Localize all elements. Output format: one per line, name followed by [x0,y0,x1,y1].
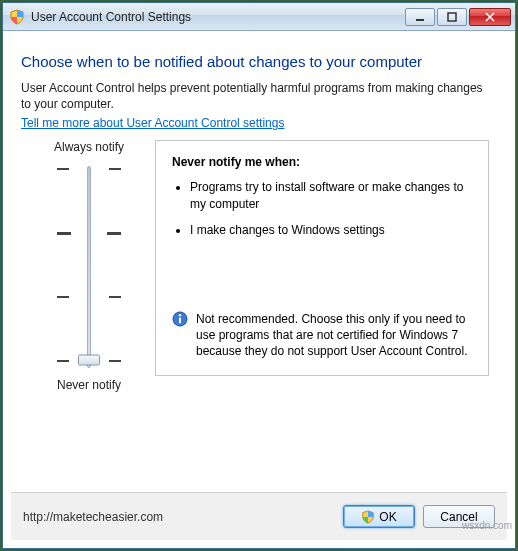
close-icon [485,12,495,22]
page-heading: Choose when to be notified about changes… [21,53,497,70]
notify-slider-area: Always notify Never notify [29,140,149,392]
page-description: User Account Control helps prevent poten… [21,80,489,112]
minimize-button[interactable] [405,8,435,26]
minimize-icon [415,12,425,22]
learn-more-link[interactable]: Tell me more about User Account Control … [21,116,284,130]
ok-button[interactable]: OK [343,505,415,528]
panel-title: Never notify me when: [172,155,472,169]
titlebar[interactable]: User Account Control Settings [3,3,515,31]
svg-rect-1 [448,13,456,21]
footer-url: http://maketecheasier.com [23,510,335,524]
client-area: Choose when to be notified about changes… [11,39,507,540]
notify-panel: Never notify me when: Programs try to in… [155,140,489,376]
recommendation-text: Not recommended. Choose this only if you… [196,311,472,360]
svg-rect-0 [416,19,424,21]
uac-window: User Account Control Settings Choose whe… [2,2,516,549]
panel-item: I make changes to Windows settings [190,222,472,238]
footer: http://maketecheasier.com OK Cancel [11,492,507,540]
svg-rect-5 [179,317,181,323]
slider-bottom-label: Never notify [29,378,149,392]
maximize-icon [447,12,457,22]
ok-label: OK [379,510,396,524]
slider-top-label: Always notify [29,140,149,154]
watermark: wsxdn.com [462,520,512,531]
panel-item: Programs try to install software or make… [190,179,472,211]
maximize-button[interactable] [437,8,467,26]
shield-icon [361,510,375,524]
slider-thumb[interactable] [78,355,100,366]
notify-slider[interactable] [57,162,121,372]
svg-point-6 [179,314,181,316]
window-title: User Account Control Settings [31,10,191,24]
info-icon [172,311,188,327]
close-button[interactable] [469,8,511,26]
shield-icon [9,9,25,25]
